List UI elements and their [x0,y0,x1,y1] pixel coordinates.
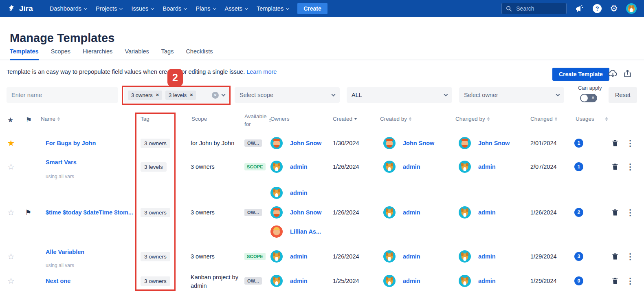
user-link[interactable]: admin [403,163,420,170]
template-name-link[interactable]: Next one [46,278,70,284]
user-link[interactable]: admin [403,278,420,284]
owner-link[interactable]: admin [290,163,308,170]
tag-chip-label: 3 levels [169,92,187,98]
help-button[interactable]: ? [593,4,602,13]
user-link[interactable]: John Snow [478,140,510,146]
nav-item-projects[interactable]: Projects [96,5,122,12]
header-scope[interactable]: Scope [191,116,207,122]
row-menu-button[interactable]: ⋮ [626,250,634,263]
delete-button[interactable] [611,250,619,263]
table-row: ☆ Next one 3 owners Kanban project by ad… [0,269,644,296]
table-row: ☆ Smart Vars using all vars 3 levels 3 o… [0,155,644,201]
header-created[interactable]: Created [333,116,357,122]
header-tag[interactable]: Tag [141,116,149,122]
favorite-toggle[interactable]: ☆ [7,250,15,263]
tab-tags[interactable]: Tags [161,48,174,60]
filter-name-input[interactable] [7,87,118,103]
owner-link[interactable]: admin [290,190,308,196]
star-outline-icon: ☆ [7,252,15,261]
export-button[interactable] [623,69,632,80]
delete-button[interactable] [611,206,619,219]
global-search[interactable] [501,3,567,14]
owner-link[interactable]: Lillian As... [290,228,321,235]
row-menu-button[interactable]: ⋮ [626,206,634,219]
nav-item-dashboards[interactable]: Dashboards [50,5,87,12]
filter-type-select[interactable]: ALL [347,87,452,103]
user-link[interactable]: admin [478,253,496,260]
nav-item-assets[interactable]: Assets [225,5,248,12]
user-link[interactable]: John Snow [403,140,434,146]
download-button[interactable] [608,69,618,81]
tab-variables[interactable]: Variables [125,48,149,60]
can-apply-label: Can apply [578,85,602,91]
nav-item-plans[interactable]: Plans [196,5,215,12]
favorite-toggle[interactable]: ☆ [7,206,15,219]
owner-link[interactable]: admin [290,253,308,260]
delete-button[interactable] [611,161,619,173]
jira-logo[interactable]: Jira [7,4,33,13]
user-avatar[interactable] [626,3,637,14]
delete-button[interactable] [611,275,619,287]
announcements-button[interactable] [575,4,585,13]
owner-link[interactable]: admin [290,278,308,284]
remove-tag-icon[interactable]: × [156,92,159,98]
header-available-for[interactable]: Available for [244,113,270,128]
row-menu-button[interactable]: ⋮ [626,137,634,149]
delete-button[interactable] [611,137,619,149]
template-name-link[interactable]: Alle Variablen [46,249,84,255]
owner-link[interactable]: John Snow [290,209,321,216]
user-link[interactable]: admin [403,253,420,260]
search-input[interactable] [515,5,560,12]
filter-tags-select[interactable]: 3 owners × 3 levels × × [124,87,229,103]
favorite-toggle[interactable]: ☆ [7,275,15,287]
changed-cell: 1/29/2024 [530,275,557,287]
filter-scope-select[interactable]: Select scope [235,87,340,103]
chevron-down-icon[interactable] [222,92,226,96]
tag-chip-label: 3 owners [131,92,153,98]
nav-item-templates[interactable]: Templates [257,5,289,12]
header-usages[interactable]: Usages [576,116,608,122]
flag-toggle[interactable]: ⚑ [25,206,31,219]
header-created-by[interactable]: Created by [380,116,411,122]
avatar [459,275,471,287]
user-link[interactable]: admin [478,278,496,284]
user-link[interactable]: admin [478,163,496,170]
created-cell: 1/26/2024 [333,250,359,263]
template-name-link[interactable]: For Bugs by John [46,140,96,146]
filter-owner-select[interactable]: Select owner [459,87,564,103]
header-owners[interactable]: Owners [270,116,290,122]
template-name-link[interactable]: Smart Vars [46,159,77,166]
template-name-link[interactable]: $time $today $dateTime $tom... [46,209,133,216]
user-link[interactable]: admin [403,209,420,216]
header-name[interactable]: Name [41,116,60,122]
owner-link[interactable]: John Snow [290,140,321,146]
reset-button[interactable]: Reset [609,87,637,103]
can-apply-toggle[interactable]: × [580,94,597,102]
kebab-icon: ⋮ [626,162,634,172]
favorite-toggle[interactable]: ★ [7,137,15,149]
tab-checklists[interactable]: Checklists [186,48,213,60]
learn-more-link[interactable]: Learn more [246,68,277,75]
tag-cell: 3 owners [141,206,170,219]
usage-count-badge: 1 [574,139,583,148]
tab-hierarchies[interactable]: Hierarchies [83,48,112,60]
nav-item-boards[interactable]: Boards [163,5,187,12]
header-flag[interactable]: ⚑ [26,116,32,124]
remove-tag-icon[interactable]: × [190,92,193,98]
header-changed-by[interactable]: Changed by [455,116,490,122]
create-template-button[interactable]: Create Template [552,68,609,81]
nav-item-issues[interactable]: Issues [131,5,154,12]
tab-scopes[interactable]: Scopes [51,48,70,60]
row-menu-button[interactable]: ⋮ [626,161,634,173]
clear-all-icon[interactable]: × [212,92,219,99]
usage-count-badge: 1 [574,162,583,171]
favorite-toggle[interactable]: ☆ [7,161,15,173]
tab-templates[interactable]: Templates [10,48,39,60]
user-link[interactable]: admin [478,209,496,216]
header-favorite[interactable]: ★ [7,116,13,124]
header-label: Name [41,116,55,122]
nav-create-button[interactable]: Create [297,3,327,14]
settings-button[interactable]: ⚙ [610,4,618,13]
header-changed[interactable]: Changed [530,116,557,122]
row-menu-button[interactable]: ⋮ [626,275,634,287]
